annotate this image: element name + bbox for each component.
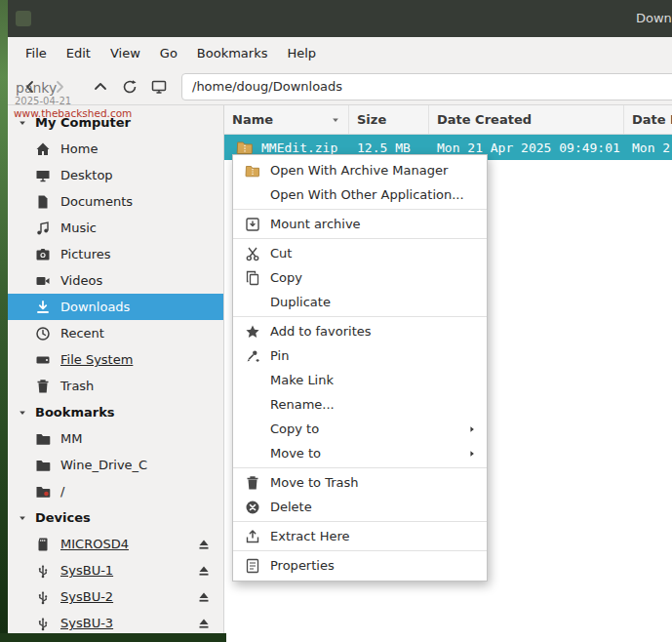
menubar-item-edit[interactable]: Edit	[57, 37, 100, 68]
sidebar-section-bookmarks[interactable]: Bookmarks	[8, 399, 223, 425]
menu-item-pin[interactable]: Pin	[233, 343, 487, 368]
clock-icon	[35, 326, 51, 341]
eject-icon	[196, 616, 212, 631]
menu-separator	[233, 467, 487, 468]
sidebar-item-microsd4[interactable]: MICROSD4	[8, 531, 223, 557]
sidebar-item-pictures[interactable]: Pictures	[8, 241, 223, 267]
column-header-size[interactable]: Size	[349, 105, 429, 134]
menu-separator	[233, 238, 487, 239]
sidebar-item-trash[interactable]: Trash	[8, 373, 223, 399]
menu-item-move-to[interactable]: Move to	[233, 441, 487, 465]
file-name: MMEdit.zip	[261, 140, 337, 155]
menu-item-delete[interactable]: Delete	[233, 495, 487, 519]
menu-item-make-link[interactable]: Make Link	[233, 368, 487, 392]
icon-spacer	[245, 373, 260, 388]
sidebar-item-sysbu-1[interactable]: SysBU-1	[8, 557, 223, 583]
folder-icon	[35, 458, 51, 473]
menu-item-label: Move to Trash	[270, 475, 359, 490]
column-headers: Name Size Date Created Date Modified	[224, 105, 672, 135]
music-note-icon	[35, 221, 51, 236]
eject-button[interactable]	[196, 563, 212, 579]
sidebar-item-mm[interactable]: MM	[8, 425, 223, 452]
menu-item-add-to-favorites[interactable]: Add to favorites	[233, 319, 487, 343]
menu-item-properties[interactable]: Properties	[233, 553, 487, 578]
mount-archive-icon	[245, 217, 260, 232]
menu-item-rename[interactable]: Rename...	[233, 392, 487, 417]
sidebar-section-devices[interactable]: Devices	[8, 504, 223, 531]
eject-icon	[196, 537, 212, 552]
sidebar-item-videos[interactable]: Videos	[8, 267, 223, 294]
sidebar-item-desktop[interactable]: Desktop	[8, 162, 223, 188]
video-camera-icon	[35, 273, 51, 289]
eject-button[interactable]	[196, 616, 212, 631]
sd-card-icon	[35, 537, 51, 552]
sidebar-item-downloads[interactable]: Downloads	[8, 294, 223, 320]
file-size: 12.5 MB	[357, 140, 411, 155]
sidebar-section-my-computer[interactable]: My Computer	[8, 109, 223, 136]
sidebar-item-wine-drive-c[interactable]: Wine_Drive_C	[8, 452, 223, 478]
toolbar: /home/doug/Downloads	[8, 68, 672, 105]
menubar-item-file[interactable]: File	[16, 37, 57, 68]
menu-item-label: Properties	[270, 558, 335, 573]
sidebar-item-root[interactable]: /	[8, 478, 223, 504]
refresh-icon	[122, 79, 138, 95]
column-header-name[interactable]: Name	[224, 105, 349, 134]
menu-item-open-with-archive-manager[interactable]: Open With Archive Manager	[233, 158, 487, 182]
desktop-wallpaper-edge	[0, 0, 8, 642]
desktop-icon	[35, 168, 51, 183]
refresh-button[interactable]	[115, 72, 144, 101]
titlebar[interactable]: Downloads	[8, 0, 672, 37]
menu-item-copy-to[interactable]: Copy to	[233, 417, 487, 441]
location-bar[interactable]: /home/doug/Downloads	[181, 73, 672, 100]
menubar-item-bookmarks[interactable]: Bookmarks	[187, 37, 278, 68]
sidebar-item-sysbu-3[interactable]: SysBU-3	[8, 610, 223, 636]
menu-item-duplicate[interactable]: Duplicate	[233, 290, 487, 314]
sidebar-item-sysbu-2[interactable]: SysBU-2	[8, 583, 223, 610]
menu-item-mount-archive[interactable]: Mount archive	[233, 212, 487, 236]
sidebar-item-label: Downloads	[60, 300, 130, 314]
forward-button[interactable]	[45, 72, 74, 101]
menu-item-label: Cut	[270, 246, 292, 261]
back-button[interactable]	[16, 72, 45, 101]
sidebar-section-label: My Computer	[35, 115, 131, 130]
sidebar-item-home[interactable]: Home	[8, 136, 223, 162]
download-arrow-icon	[35, 300, 51, 315]
eject-button[interactable]	[196, 589, 212, 605]
sidebar-item-documents[interactable]: Documents	[8, 188, 223, 215]
eject-button[interactable]	[196, 537, 212, 552]
file-date-created: Mon 21 Apr 2025 09:49:01	[437, 140, 620, 155]
menu-separator	[233, 209, 487, 210]
menubar-item-view[interactable]: View	[100, 37, 150, 68]
menu-item-cut[interactable]: Cut	[233, 241, 487, 265]
column-label: Name	[232, 112, 273, 127]
menu-item-label: Mount archive	[270, 217, 361, 231]
expander-icon	[18, 513, 27, 523]
sort-down-icon	[331, 115, 340, 125]
back-icon	[22, 79, 38, 95]
sidebar-item-label: Recent	[60, 326, 104, 341]
menu-item-open-with-other-application[interactable]: Open With Other Application...	[233, 182, 487, 207]
sidebar-item-file-system[interactable]: File System	[8, 346, 223, 373]
menu-item-label: Move to	[270, 446, 321, 461]
sidebar-item-recent[interactable]: Recent	[8, 320, 223, 346]
sidebar-item-music[interactable]: Music	[8, 215, 223, 241]
up-button[interactable]	[86, 72, 115, 101]
sidebar-section-label: Bookmarks	[35, 405, 115, 420]
menu-item-label: Extract Here	[270, 529, 350, 543]
menu-item-label: Delete	[270, 500, 312, 514]
column-header-date-modified[interactable]: Date Modified	[624, 105, 672, 134]
menu-item-label: Duplicate	[270, 295, 331, 309]
menu-item-extract-here[interactable]: Extract Here	[233, 524, 487, 548]
sidebar-item-label: SysBU-3	[60, 616, 113, 630]
sidebar-item-label: Wine_Drive_C	[60, 458, 147, 472]
menu-item-copy[interactable]: Copy	[233, 265, 487, 290]
up-icon	[93, 79, 108, 95]
usb-icon	[35, 563, 51, 579]
menubar-item-help[interactable]: Help	[277, 37, 326, 68]
sidebar-item-label: File System	[60, 352, 133, 367]
toggle-location-entry-button[interactable]	[144, 72, 174, 101]
menu-item-move-to-trash[interactable]: Move to Trash	[233, 470, 487, 495]
menubar-item-go[interactable]: Go	[150, 37, 187, 68]
desktop-wallpaper-bottom-edge	[0, 633, 226, 642]
column-header-date-created[interactable]: Date Created	[429, 105, 624, 134]
